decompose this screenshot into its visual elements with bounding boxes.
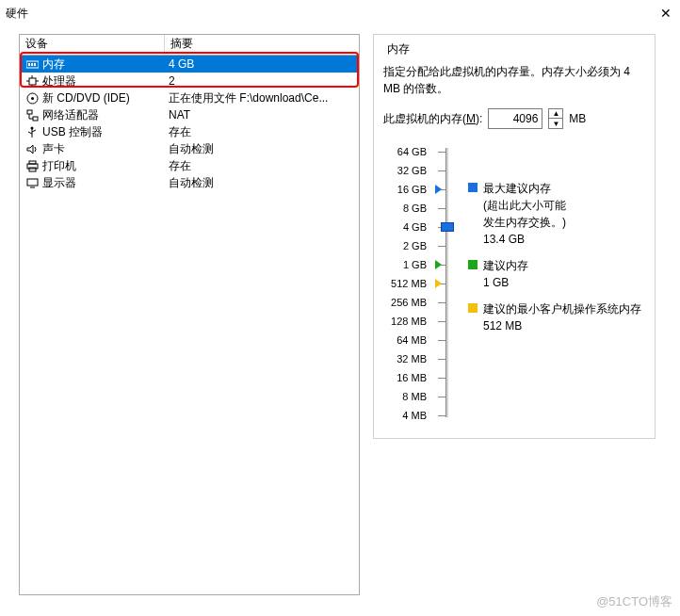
device-name: 处理器: [42, 73, 165, 89]
square-icon-green: [468, 260, 478, 269]
svg-line-17: [32, 130, 36, 132]
device-summary: NAT: [169, 108, 359, 122]
svg-rect-11: [27, 110, 32, 114]
device-summary: 自动检测: [169, 175, 359, 191]
tick-label: 32 MB: [383, 349, 427, 368]
slider-tick: [438, 359, 445, 360]
legend-max-recommend: 最大建议内存: [468, 180, 645, 197]
legend-recommend-value: 1 GB: [483, 274, 645, 291]
device-summary: 自动检测: [169, 141, 359, 157]
tick-label: 256 MB: [383, 293, 427, 312]
svg-marker-19: [27, 145, 33, 154]
legend-recommend: 建议内存: [468, 257, 645, 274]
tick-label: 2 GB: [383, 236, 427, 255]
memory-input-label: 此虚拟机的内存(M):: [383, 111, 482, 127]
slider-tick: [438, 415, 445, 416]
spin-down-icon[interactable]: ▼: [549, 119, 562, 128]
spin-up-icon[interactable]: ▲: [549, 109, 562, 119]
square-icon-blue: [468, 183, 478, 192]
device-summary: 2: [169, 74, 359, 88]
close-icon[interactable]: ✕: [657, 5, 674, 22]
network-icon: [25, 109, 39, 122]
svg-rect-1: [28, 63, 30, 66]
svg-rect-2: [31, 63, 33, 66]
device-name: 显示器: [42, 175, 165, 191]
tick-label: 16 GB: [383, 180, 427, 199]
memory-icon: [25, 58, 39, 71]
device-row-cpu[interactable]: 处理器2: [20, 73, 359, 89]
device-name: 声卡: [42, 141, 165, 157]
device-column-header[interactable]: 设备: [20, 35, 165, 55]
slider-tick: [438, 246, 445, 247]
device-row-display[interactable]: 显示器自动检测: [20, 174, 359, 191]
device-name: 新 CD/DVD (IDE): [42, 90, 165, 106]
legend-max-value: 13.4 GB: [483, 231, 645, 248]
slider-thumb[interactable]: [441, 222, 454, 232]
tick-label: 16 MB: [383, 368, 427, 387]
memory-unit: MB: [569, 112, 586, 125]
summary-column-header[interactable]: 摘要: [165, 35, 199, 55]
tick-label: 64 MB: [383, 331, 427, 349]
svg-rect-3: [34, 63, 36, 66]
legend-min-guest: 建议的最小客户机操作系统内存: [468, 300, 645, 317]
svg-rect-12: [33, 117, 38, 121]
legend-max-note2: 发生内存交换。): [483, 214, 645, 231]
slider-tick: [438, 208, 445, 209]
memory-group: 内存 指定分配给此虚拟机的内存量。内存大小必须为 4 MB 的倍数。 此虚拟机的…: [373, 34, 656, 439]
tick-label: 4 MB: [383, 406, 427, 425]
printer-icon: [25, 160, 39, 172]
display-icon: [25, 177, 39, 189]
device-summary: 存在: [169, 124, 359, 140]
device-summary: 正在使用文件 F:\download\Ce...: [169, 90, 359, 106]
tick-label: 512 MB: [383, 274, 427, 293]
sound-icon: [25, 143, 39, 155]
device-row-usb[interactable]: USB 控制器存在: [20, 123, 359, 140]
device-summary: 存在: [169, 158, 359, 174]
tick-label: 128 MB: [383, 312, 427, 331]
window-title: 硬件: [6, 6, 28, 22]
svg-point-10: [31, 97, 34, 100]
legend-min-value: 512 MB: [483, 317, 645, 334]
memory-spinner[interactable]: ▲ ▼: [548, 108, 563, 129]
svg-rect-4: [29, 78, 36, 85]
tick-label: 8 MB: [383, 387, 427, 406]
tick-label: 1 GB: [383, 255, 427, 274]
memory-input[interactable]: [488, 108, 542, 129]
cpu-icon: [25, 75, 39, 88]
device-list-panel: 设备 摘要 内存4 GB处理器2新 CD/DVD (IDE)正在使用文件 F:\…: [19, 34, 360, 595]
device-row-memory[interactable]: 内存4 GB: [20, 56, 359, 73]
usb-icon: [25, 126, 39, 138]
tick-label: 64 GB: [383, 142, 427, 161]
device-name: 打印机: [42, 158, 165, 174]
cdrom-icon: [25, 92, 39, 105]
slider-tick: [438, 397, 445, 397]
device-name: 内存: [42, 57, 165, 73]
square-icon-yellow: [468, 303, 478, 313]
slider-tick: [438, 302, 445, 303]
legend-max-note1: (超出此大小可能: [483, 197, 645, 214]
slider-tick: [438, 340, 445, 341]
tick-label: 8 GB: [383, 199, 427, 218]
device-row-network[interactable]: 网络适配器NAT: [20, 106, 359, 123]
slider-tick: [438, 170, 445, 171]
marker-recommend: [435, 260, 442, 269]
svg-point-16: [30, 126, 33, 129]
slider-track-line: [445, 148, 448, 417]
device-summary: 4 GB: [169, 57, 359, 71]
watermark: @51CTO博客: [596, 593, 672, 610]
memory-group-legend: 内存: [383, 41, 413, 57]
device-row-cdrom[interactable]: 新 CD/DVD (IDE)正在使用文件 F:\download\Ce...: [20, 89, 359, 106]
device-name: 网络适配器: [42, 107, 165, 123]
device-row-sound[interactable]: 声卡自动检测: [20, 140, 359, 157]
marker-max: [435, 185, 442, 194]
slider-tick: [438, 321, 445, 322]
device-name: USB 控制器: [42, 124, 165, 140]
svg-rect-23: [27, 179, 38, 186]
svg-line-18: [28, 132, 32, 134]
memory-slider[interactable]: [432, 142, 462, 425]
slider-tick: [438, 378, 445, 379]
memory-description: 指定分配给此虚拟机的内存量。内存大小必须为 4 MB 的倍数。: [383, 63, 645, 97]
marker-min: [435, 279, 442, 288]
device-row-printer[interactable]: 打印机存在: [20, 157, 359, 174]
tick-label: 4 GB: [383, 218, 427, 236]
